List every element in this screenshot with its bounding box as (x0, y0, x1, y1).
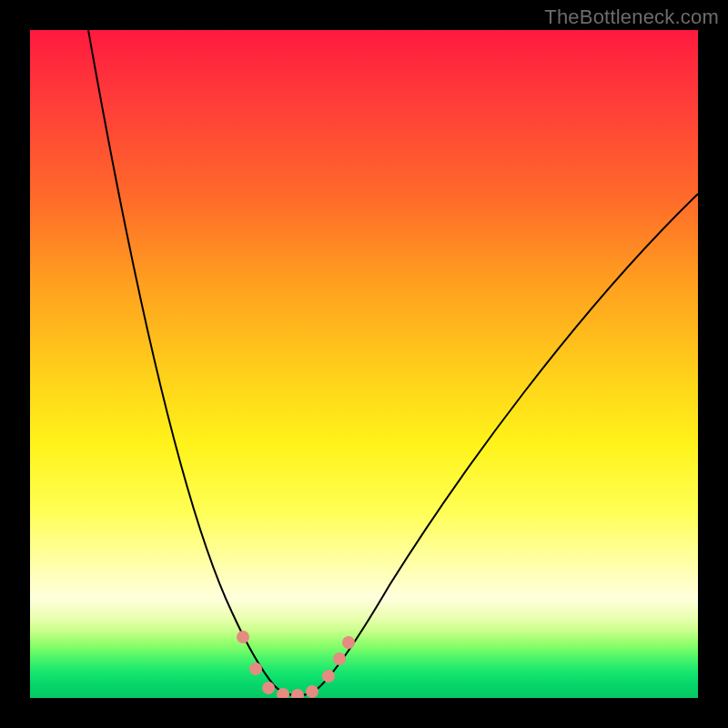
marker-dot-0 (237, 631, 249, 643)
plot-area (30, 30, 698, 698)
curve-svg (30, 30, 698, 698)
marker-dot-7 (333, 652, 346, 665)
curve-right-branch (321, 194, 698, 685)
markers-group (237, 631, 355, 698)
marker-dot-2 (262, 682, 275, 694)
marker-dot-5 (306, 685, 318, 698)
marker-dot-6 (322, 670, 335, 682)
outer-frame: TheBottleneck.com (0, 0, 728, 728)
marker-dot-4 (291, 689, 304, 698)
marker-dot-1 (249, 662, 262, 675)
curve-left-branch (88, 30, 274, 685)
marker-dot-8 (342, 636, 355, 649)
watermark-text: TheBottleneck.com (544, 5, 719, 29)
